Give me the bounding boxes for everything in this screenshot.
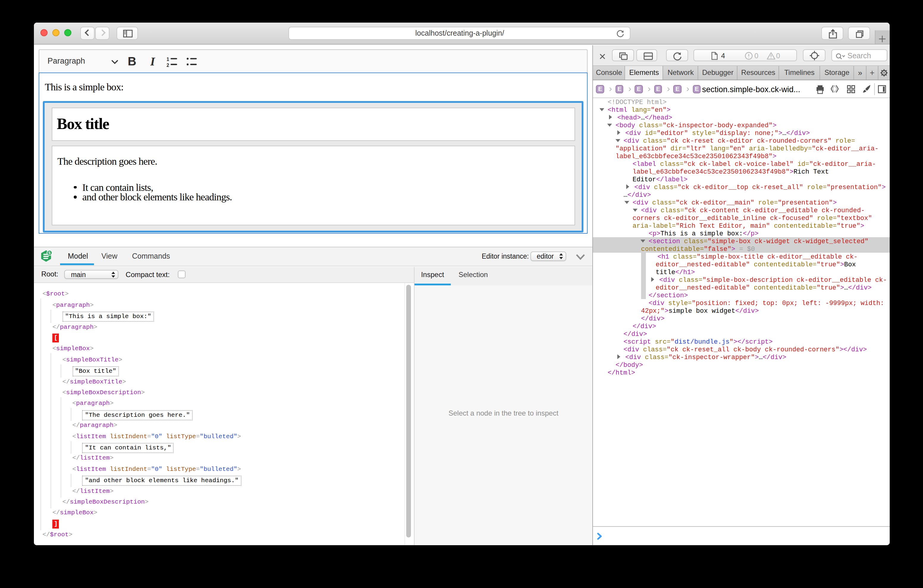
svg-text:2: 2 bbox=[166, 63, 169, 67]
svg-text:5: 5 bbox=[49, 251, 51, 255]
svg-text:1: 1 bbox=[166, 57, 169, 62]
